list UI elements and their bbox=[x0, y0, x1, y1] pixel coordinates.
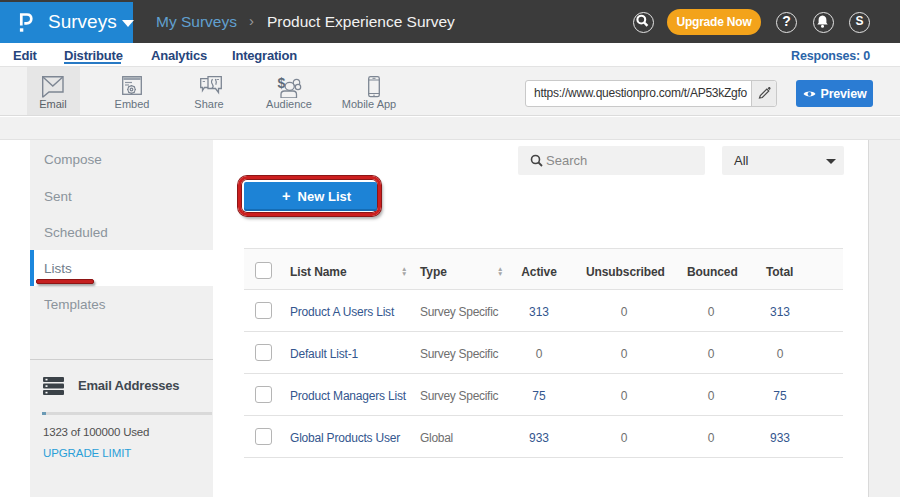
svg-text:$: $ bbox=[278, 75, 286, 91]
